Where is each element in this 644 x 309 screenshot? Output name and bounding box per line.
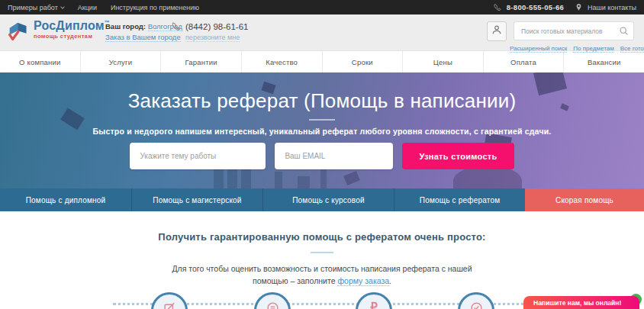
user-icon	[491, 24, 502, 38]
logo[interactable]: РосДиплом™ помощь студентам	[8, 20, 110, 46]
chat-widget[interactable]: Напишите нам, мы онлайн!	[523, 296, 639, 309]
chat-widget-label[interactable]: Напишите нам, мы онлайн!	[523, 296, 639, 309]
hero-subtitle: Быстро и недорого напишем интересный, ун…	[0, 127, 644, 136]
order-in-city-link[interactable]: Заказ в Вашем городе	[105, 33, 181, 42]
topbar-contacts-link[interactable]: Наши контакты	[588, 4, 636, 11]
hero-divider	[309, 119, 335, 121]
topbar-link-examples[interactable]: Примеры работ	[8, 4, 64, 11]
phone-block: (8442) 98-61-61 перезвоните мне	[171, 21, 248, 42]
chevron-down-icon	[60, 5, 65, 9]
step-1-circle	[151, 292, 188, 309]
step-2-circle	[254, 292, 291, 309]
section-heading: Получить гарантированную помощь с рефера…	[0, 231, 644, 243]
tab-coursework-help[interactable]: Помощь с курсовой	[262, 188, 394, 211]
topbar-link-instructions[interactable]: Инструкция по применению	[111, 4, 199, 11]
logo-subtitle: помощь студентам	[34, 34, 110, 40]
logo-book-icon	[8, 20, 29, 46]
nav-item-prices[interactable]: Цены	[403, 51, 484, 72]
topic-input[interactable]	[130, 143, 266, 169]
logo-title: РосДиплом	[34, 19, 105, 32]
search-icon[interactable]	[619, 26, 629, 36]
nav-item-payment[interactable]: Оплата	[484, 51, 565, 72]
section-divider	[311, 252, 333, 253]
nav-item-vacancies[interactable]: Вакансии	[564, 51, 644, 72]
get-cost-button[interactable]: Узнать стоимость	[402, 143, 514, 169]
step-4-circle	[458, 292, 494, 309]
nav-item-guarantees[interactable]: Гарантии	[161, 51, 242, 72]
nav-item-terms[interactable]: Сроки	[323, 51, 404, 72]
search-links: Расширенный поиск По предметам Все готов…	[504, 45, 635, 53]
nav-item-quality[interactable]: Качество	[242, 51, 323, 72]
tab-essay-help[interactable]: Помощь с рефератом	[394, 188, 525, 211]
callback-link[interactable]: перезвоните мне	[185, 34, 240, 42]
paragraph-text-after: .	[389, 276, 391, 285]
topbar: Примеры работ Акции Инструкция по примен…	[0, 0, 644, 14]
city-label: Ваш город:	[105, 22, 146, 31]
topbar-phone-number[interactable]: 8-800-555-05-66	[507, 3, 564, 11]
how-it-works-section: Получить гарантированную помощь с рефера…	[0, 211, 644, 288]
tab-urgent-help[interactable]: Скорая помощь	[525, 188, 644, 211]
search-input[interactable]	[521, 27, 619, 35]
edit-icon	[163, 301, 176, 309]
chat-lines-icon	[266, 301, 279, 309]
search-box	[514, 21, 634, 40]
paragraph-text: Для того чтобы оценить возможность и сто…	[172, 264, 472, 285]
page: Примеры работ Акции Инструкция по примен…	[0, 0, 644, 309]
phone-icon	[493, 3, 502, 12]
section-paragraph: Для того чтобы оценить возможность и сто…	[158, 263, 486, 288]
nav-item-services[interactable]: Услуги	[81, 51, 162, 72]
help-tabs: Помощь с дипломной Помощь с магистерской…	[0, 188, 644, 211]
by-subjects-link[interactable]: По предметам	[573, 45, 613, 53]
order-form: Узнать стоимость	[0, 143, 644, 169]
header: РосДиплом™ помощь студентам Ваш город: В…	[0, 14, 644, 51]
step-3-circle: ₽	[356, 292, 392, 309]
all-ready-link[interactable]: Все готовые	[620, 45, 644, 53]
email-input[interactable]	[275, 143, 393, 169]
location-pin-icon	[575, 3, 583, 11]
tab-masters-help[interactable]: Помощь с магистерской	[131, 188, 262, 211]
hero-banner: Заказать реферат (Помощь в написании) Бы…	[0, 72, 644, 188]
phone-icon	[171, 21, 182, 32]
check-icon	[470, 301, 483, 309]
main-nav: О компании Услуги Гарантии Качество Срок…	[0, 51, 644, 72]
hero-title: Заказать реферат (Помощь в написании)	[0, 89, 644, 113]
topbar-link-examples-label: Примеры работ	[8, 4, 58, 11]
ruble-icon: ₽	[370, 301, 378, 309]
topbar-link-promos[interactable]: Акции	[78, 4, 97, 11]
login-button[interactable]	[487, 21, 507, 41]
nav-item-about[interactable]: О компании	[0, 51, 81, 72]
order-form-link[interactable]: форму заказа	[337, 276, 389, 286]
advanced-search-link[interactable]: Расширенный поиск	[510, 45, 567, 53]
city-phone-number[interactable]: (8442) 98-61-61	[185, 22, 248, 31]
tab-diploma-help[interactable]: Помощь с дипломной	[0, 188, 131, 211]
